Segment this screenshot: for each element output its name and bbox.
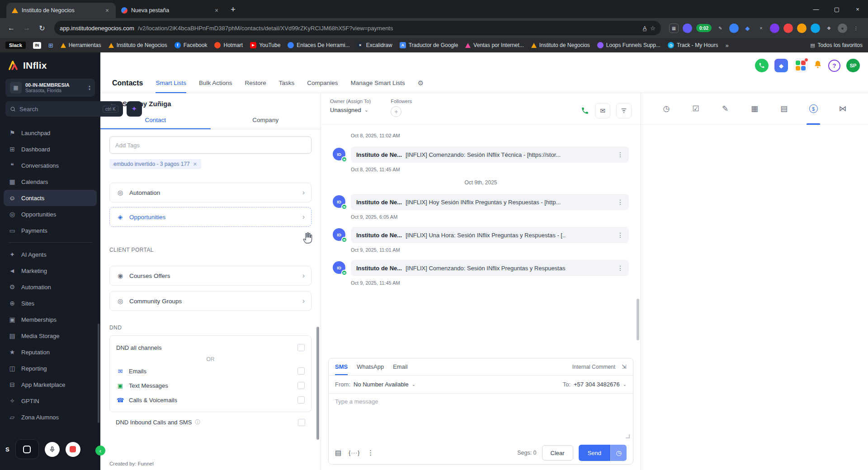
activity-history-icon[interactable]: ◷ <box>657 93 675 124</box>
tab-bulk-actions[interactable]: Bulk Actions <box>199 80 232 93</box>
message-row[interactable]: ID✉ Instituto de Ne... [INFLIX] Comenzan… <box>333 146 629 163</box>
blue-extension-icon[interactable] <box>729 24 739 33</box>
sidebar-item-reporting[interactable]: ◫Reporting <box>4 360 97 376</box>
custom-values-icon[interactable]: {···} <box>349 450 360 456</box>
bookmark-enlaces[interactable]: Enlaces De Herrami... <box>288 42 349 48</box>
bookmark-track-hours[interactable]: ◷Track - My Hours <box>668 42 718 48</box>
search-input[interactable] <box>19 106 99 113</box>
browser-tab-newtab[interactable]: Nueva pestaña × <box>116 3 225 18</box>
bookmark-facebook[interactable]: fFacebook <box>175 42 208 48</box>
sidebar-item-gptin[interactable]: ✧GPTIN <box>4 393 97 409</box>
schedule-send-button[interactable]: ◷ <box>610 445 627 461</box>
call-icon[interactable] <box>581 107 589 115</box>
bookmark-ventas[interactable]: Ventas por Internet... <box>465 42 524 48</box>
recording-timer-badge[interactable]: 0:02 <box>696 24 712 32</box>
templates-icon[interactable]: ▤ <box>335 449 341 457</box>
diamond-extension-icon[interactable]: ◆ <box>743 24 752 33</box>
tab-company[interactable]: Company <box>211 112 321 129</box>
back-arrow-icon[interactable]: ← <box>109 99 117 108</box>
teal-extension-icon[interactable] <box>811 24 820 33</box>
bookmarks-overflow-icon[interactable]: » <box>725 42 728 49</box>
sidebar-item-contacts[interactable]: ☺Contacts <box>4 190 97 206</box>
sidebar-scrollbar[interactable] <box>98 324 99 423</box>
stop-record-button[interactable] <box>66 442 80 457</box>
sidebar-item-app-marketplace[interactable]: ⊟App Marketplace <box>4 376 97 393</box>
bookmark-loops[interactable]: Loops Funnels Supp... <box>597 42 660 48</box>
puzzle-extensions-icon[interactable]: ❖ <box>824 24 834 33</box>
sidebar-item-automation[interactable]: ⚙Automation <box>4 279 97 295</box>
appointments-icon[interactable]: ▦ <box>745 93 764 124</box>
browser-tab-active[interactable]: Instituto de Negocios × <box>6 3 116 18</box>
help-button[interactable]: ? <box>828 60 840 72</box>
message-menu-icon[interactable]: ⋮ <box>617 198 623 206</box>
new-tab-button[interactable]: + <box>231 5 236 14</box>
tag-chip[interactable]: embudo invertido - 3 pagos 177 ✕ <box>109 159 201 169</box>
screen-widget-button[interactable] <box>15 439 39 459</box>
translate-icon[interactable]: A̲ <box>643 25 647 32</box>
minimize-button[interactable]: — <box>806 0 826 18</box>
sidebar-item-payments[interactable]: ▭Payments <box>4 222 97 239</box>
message-row[interactable]: ID✉ Instituto de Ne... [INFLIX] Hoy Sesi… <box>333 194 629 210</box>
profile-avatar-icon[interactable]: ● <box>838 24 847 33</box>
notifications-bell-button[interactable] <box>813 60 822 71</box>
quick-actions-button[interactable]: ◆ <box>774 59 788 72</box>
email-button[interactable]: ✉ <box>595 103 610 118</box>
x-extension-icon[interactable]: × <box>756 24 766 33</box>
sidebar-item-marketing[interactable]: ◄Marketing <box>4 263 97 279</box>
bookmark-apps-grid[interactable]: ⊞ <box>48 42 53 49</box>
add-tags-input[interactable] <box>109 136 311 154</box>
tab-email[interactable]: Email <box>393 358 408 375</box>
url-bar[interactable]: app.institutodenegocios.com /v2/location… <box>54 21 661 35</box>
bookmark-star-icon[interactable]: ☆ <box>650 25 656 32</box>
bookmark-excalidraw[interactable]: ×Excalidraw <box>357 42 392 48</box>
tab-contact[interactable]: Contact <box>100 112 211 129</box>
reload-icon[interactable]: ↻ <box>35 21 49 35</box>
associations-icon[interactable]: ⋈ <box>834 93 852 124</box>
sidebar-item-calendars[interactable]: ▦Calendars <box>4 174 97 190</box>
bookmark-herramientas[interactable]: Herramientas <box>61 42 101 48</box>
message-menu-icon[interactable]: ⋮ <box>617 231 623 239</box>
extension-grid-icon[interactable]: ▦ <box>669 24 679 33</box>
bookmark-hotmart[interactable]: Hotmart <box>214 42 243 48</box>
location-switcher[interactable]: ▦ 00-IN-MEMBRESIA Sarasota, Florida ▴▾ <box>5 79 95 97</box>
opportunities-section[interactable]: ◈ Opportunities › <box>109 207 311 227</box>
message-textarea[interactable] <box>335 398 627 437</box>
sidebar-item-ai-agents[interactable]: ✦AI Agents <box>4 246 97 263</box>
browser-menu-icon[interactable]: ⋮ <box>851 24 861 33</box>
shield-extension-icon[interactable] <box>770 24 779 33</box>
microphone-button[interactable] <box>45 442 60 457</box>
settings-gear-icon[interactable]: ⚙ <box>418 79 424 93</box>
collapse-composer-icon[interactable]: ⇲ <box>622 363 627 370</box>
info-icon[interactable]: ⓘ <box>195 418 200 426</box>
tab-close-icon[interactable]: × <box>103 7 111 14</box>
message-row[interactable]: ID✉ Instituto de Ne... [INFLIX] Una Hora… <box>333 227 629 243</box>
community-groups-section[interactable]: ◎ Community Groups › <box>109 291 311 311</box>
bookmark-instituto-1[interactable]: Instituto de Negocios <box>108 42 167 48</box>
bookmark-traductor[interactable]: ATraductor de Google <box>400 42 458 48</box>
add-follower-button[interactable]: + <box>391 106 401 117</box>
sidebar-item-reputation[interactable]: ★Reputation <box>4 344 97 360</box>
sidebar-item-sites[interactable]: ⊕Sites <box>4 295 97 311</box>
notes-icon[interactable]: ✎ <box>716 93 734 124</box>
maximize-button[interactable]: ▢ <box>826 0 847 18</box>
payments-icon[interactable]: $ <box>804 93 822 124</box>
sidebar-item-dashboard[interactable]: ⊞Dashboard <box>4 141 97 157</box>
contact-panel-scrollbar[interactable] <box>316 327 319 440</box>
dnd-calls-checkbox[interactable] <box>297 396 305 404</box>
send-button[interactable]: Send <box>579 445 610 461</box>
tab-sms[interactable]: SMS <box>335 358 348 375</box>
sidebar-item-media-storage[interactable]: ▤Media Storage <box>4 328 97 344</box>
tab-restore[interactable]: Restore <box>245 80 266 93</box>
sidebar-item-opportunities[interactable]: ◎Opportunities <box>4 206 97 222</box>
tab-whatsapp[interactable]: WhatsApp <box>357 358 384 375</box>
remove-tag-icon[interactable]: ✕ <box>193 161 197 167</box>
sidebar-item-zona-alumnos[interactable]: ▱Zona Alumnos <box>4 409 97 425</box>
dnd-emails-checkbox[interactable] <box>297 367 305 375</box>
owner-dropdown[interactable]: Unassigned ⌄ <box>330 107 371 113</box>
yellow-extension-icon[interactable] <box>797 24 807 33</box>
automation-section[interactable]: ◎ Automation › <box>109 183 311 202</box>
back-icon[interactable]: ← <box>5 21 18 35</box>
to-dropdown[interactable]: +57 304 3482676 ⌄ <box>574 381 627 388</box>
forward-icon[interactable]: → <box>20 21 33 35</box>
all-favorites-button[interactable]: ▤Todos los favoritos <box>810 42 863 48</box>
